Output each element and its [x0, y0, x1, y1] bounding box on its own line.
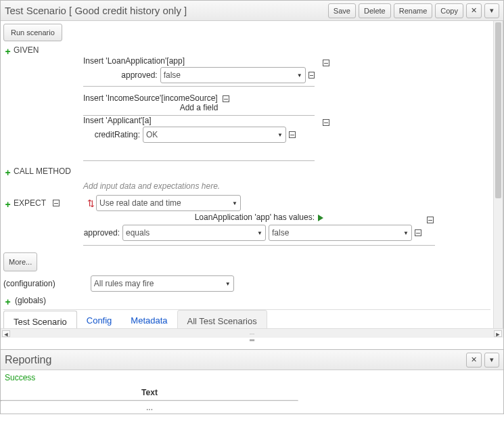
approved-select[interactable]: false	[160, 67, 306, 83]
scenario-header: Test Scenario [ Good credit history only…	[1, 1, 503, 21]
reporting-col-text: Text	[1, 385, 298, 400]
remove-field-icon[interactable]	[308, 72, 315, 79]
configuration-label: (configuration)	[3, 279, 55, 288]
chevron-down-icon: ▾	[490, 355, 494, 364]
remove-fact-icon[interactable]	[323, 60, 329, 66]
plus-icon[interactable]	[3, 298, 12, 307]
scroll-left-icon[interactable]: ◄	[2, 330, 10, 337]
fact-block-incomesource: Insert 'IncomeSource'[incomeSource] Add …	[83, 93, 315, 116]
fact-title[interactable]: Insert 'Applicant'[a]	[83, 116, 315, 125]
close-icon: ✕	[471, 6, 477, 15]
expected-value-select[interactable]: false	[269, 225, 412, 241]
save-button[interactable]: Save	[328, 3, 356, 18]
split-handle[interactable]: ═	[1, 338, 503, 343]
expect-field-label: approved:	[83, 228, 120, 238]
plus-icon[interactable]	[3, 47, 12, 55]
reporting-header: Reporting ✕ ▾	[1, 350, 503, 370]
remove-section-icon[interactable]	[53, 200, 60, 206]
call-hint: Add input data and expectations here.	[83, 181, 220, 191]
scroll-right-icon[interactable]: ►	[494, 330, 502, 337]
operator-select[interactable]: equals	[122, 225, 266, 241]
delete-button[interactable]: Delete	[359, 3, 391, 18]
more-button[interactable]: More...	[3, 252, 37, 271]
bottom-tabs: Test Scenario Config Metadata All Test S…	[3, 309, 490, 328]
plus-icon[interactable]	[3, 200, 12, 209]
globals-label: (globals)	[15, 296, 46, 305]
field-label: approved:	[83, 70, 158, 80]
run-scenario-button[interactable]: Run scenario	[3, 24, 62, 41]
reporting-menu-button[interactable]: ▾	[484, 353, 499, 368]
remove-fact-icon[interactable]	[323, 119, 329, 126]
remove-field-icon[interactable]	[415, 229, 421, 236]
tab-config[interactable]: Config	[77, 310, 122, 328]
copy-button[interactable]: Copy	[435, 3, 463, 18]
scenario-title: Test Scenario [ Good credit history only…	[5, 5, 325, 16]
pins-icon: ⇅	[85, 198, 96, 208]
expect-block: LoanApplication 'app' has values: approv…	[83, 213, 435, 246]
rename-button[interactable]: Rename	[394, 3, 433, 18]
given-label: GIVEN	[14, 45, 39, 55]
reporting-close-button[interactable]: ✕	[466, 353, 482, 368]
reporting-row-ellipsis: ...	[1, 401, 298, 414]
play-icon[interactable]	[318, 215, 323, 221]
close-button[interactable]: ✕	[466, 3, 482, 18]
reporting-status: Success	[1, 370, 503, 385]
expect-label: EXPECT	[14, 198, 46, 208]
call-method-label: CALL METHOD	[14, 166, 71, 176]
fact-title[interactable]: Insert 'LoanApplication'[app]	[83, 56, 315, 66]
expect-title[interactable]: LoanApplication 'app' has values:	[195, 213, 315, 222]
tab-all-scenarios[interactable]: All Test Scenarios	[177, 310, 267, 328]
menu-button[interactable]: ▾	[484, 3, 499, 18]
date-mode-select[interactable]: Use real date and time	[96, 195, 241, 211]
add-field-link[interactable]: Add a field	[180, 103, 219, 112]
remove-fact-icon[interactable]	[223, 95, 229, 102]
configuration-select[interactable]: All rules may fire	[91, 275, 234, 292]
fact-block-applicant: Insert 'Applicant'[a] creditRating: OK	[83, 116, 315, 161]
reporting-title: Reporting	[5, 354, 463, 366]
remove-field-icon[interactable]	[289, 131, 296, 138]
credit-rating-select[interactable]: OK	[143, 127, 286, 143]
tab-test-scenario[interactable]: Test Scenario	[3, 311, 77, 328]
vertical-scrollbar[interactable]	[493, 21, 503, 328]
plus-icon[interactable]	[3, 168, 12, 177]
chevron-down-icon: ▾	[490, 6, 494, 15]
fact-title[interactable]: Insert 'IncomeSource'[incomeSource]	[83, 93, 315, 103]
fact-block-loanapplication: Insert 'LoanApplication'[app] approved: …	[83, 56, 315, 87]
tab-metadata[interactable]: Metadata	[121, 310, 177, 328]
close-icon: ✕	[471, 355, 477, 364]
field-label: creditRating:	[83, 130, 140, 139]
